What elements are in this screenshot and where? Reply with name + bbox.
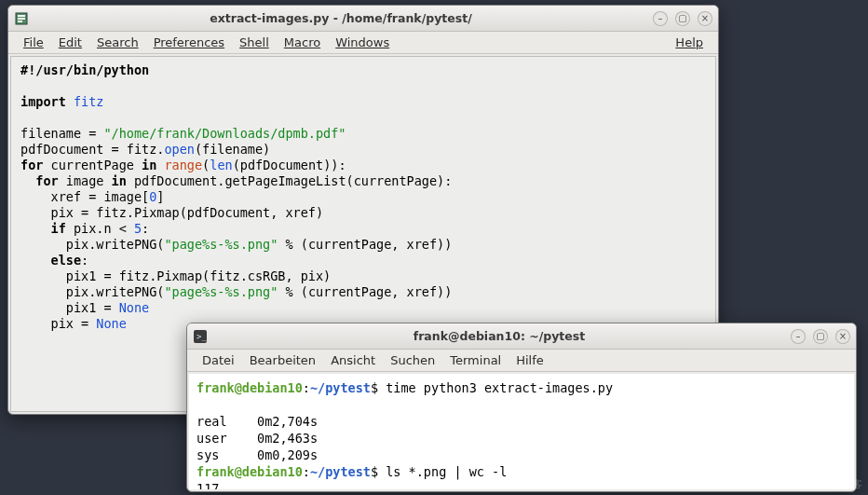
menu-file[interactable]: File bbox=[16, 34, 51, 51]
prompt-user: frank@debian10 bbox=[197, 464, 303, 479]
terminal-output[interactable]: frank@debian10:~/pytest$ time python3 ex… bbox=[189, 374, 854, 489]
terminal-line: real 0m2,704s bbox=[197, 414, 318, 429]
terminal-command: ls *.png | wc -l bbox=[386, 464, 507, 479]
menu-shell[interactable]: Shell bbox=[232, 34, 277, 51]
menu-terminal[interactable]: Terminal bbox=[442, 351, 509, 369]
maximize-button[interactable]: ▢ bbox=[675, 11, 690, 26]
terminal-line: sys 0m0,209s bbox=[197, 447, 318, 462]
menu-help[interactable]: Help bbox=[668, 34, 711, 51]
terminal-title: frank@debian10: ~/pytest bbox=[213, 329, 785, 343]
prompt-path: ~/pytest bbox=[310, 464, 371, 479]
editor-window-controls: – ▢ × bbox=[653, 11, 712, 26]
menu-datei[interactable]: Datei bbox=[195, 351, 242, 369]
code-token: pdfDocument = fitz. bbox=[20, 142, 164, 157]
menu-windows[interactable]: Windows bbox=[328, 34, 397, 51]
menu-edit[interactable]: Edit bbox=[51, 34, 89, 51]
editor-menubar: File Edit Search Preferences Shell Macro… bbox=[8, 32, 718, 54]
code-token: fitz bbox=[74, 94, 104, 109]
svg-rect-3 bbox=[18, 21, 22, 22]
svg-rect-2 bbox=[18, 18, 25, 20]
maximize-button[interactable]: ▢ bbox=[813, 329, 828, 344]
terminal-titlebar[interactable]: >_ frank@debian10: ~/pytest – ▢ × bbox=[187, 323, 856, 350]
terminal-command: time python3 extract-images.py bbox=[386, 380, 613, 395]
menu-hilfe[interactable]: Hilfe bbox=[509, 351, 551, 369]
editor-app-icon bbox=[14, 11, 29, 26]
menu-bearbeiten[interactable]: Bearbeiten bbox=[242, 351, 323, 369]
code-line: #!/usr/bin/python bbox=[20, 62, 149, 77]
menu-ansicht[interactable]: Ansicht bbox=[323, 351, 383, 369]
terminal-line: 117 bbox=[197, 481, 219, 489]
terminal-app-icon: >_ bbox=[193, 329, 208, 344]
minimize-button[interactable]: – bbox=[791, 329, 806, 344]
code-string: "/home/frank/Downloads/dpmb.pdf" bbox=[103, 126, 346, 141]
svg-text:>_: >_ bbox=[197, 332, 207, 341]
code-token: filename = bbox=[20, 126, 103, 141]
prompt-path: ~/pytest bbox=[310, 380, 371, 395]
code-token: open bbox=[164, 142, 195, 157]
code-token: for bbox=[20, 158, 43, 172]
svg-rect-1 bbox=[18, 15, 25, 17]
menu-macro[interactable]: Macro bbox=[277, 34, 328, 51]
terminal-menubar: Datei Bearbeiten Ansicht Suchen Terminal… bbox=[187, 350, 856, 372]
close-button[interactable]: × bbox=[698, 11, 712, 26]
minimize-button[interactable]: – bbox=[653, 11, 668, 26]
editor-title: extract-images.py - /home/frank/pytest/ bbox=[34, 11, 647, 25]
watermark: @51CTO博客 bbox=[797, 477, 862, 491]
menu-suchen[interactable]: Suchen bbox=[383, 351, 442, 369]
terminal-window: >_ frank@debian10: ~/pytest – ▢ × Datei … bbox=[186, 323, 857, 492]
menu-search[interactable]: Search bbox=[89, 34, 146, 51]
terminal-window-controls: – ▢ × bbox=[791, 329, 850, 344]
code-token: import bbox=[20, 94, 66, 109]
editor-titlebar[interactable]: extract-images.py - /home/frank/pytest/ … bbox=[8, 6, 718, 32]
close-button[interactable]: × bbox=[835, 329, 850, 344]
menu-preferences[interactable]: Preferences bbox=[146, 34, 232, 51]
prompt-user: frank@debian10 bbox=[197, 380, 303, 395]
terminal-line: user 0m2,463s bbox=[197, 431, 318, 446]
